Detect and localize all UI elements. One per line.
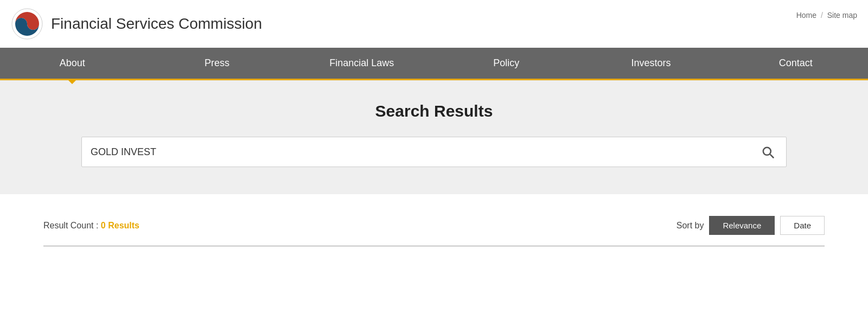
logo-icon bbox=[11, 8, 43, 40]
sort-controls: Sort by Relevance Date bbox=[676, 216, 825, 235]
results-divider bbox=[43, 246, 825, 246]
search-area: Search Results bbox=[0, 80, 868, 194]
sort-by-relevance-button[interactable]: Relevance bbox=[709, 216, 775, 235]
search-button[interactable] bbox=[758, 142, 777, 162]
main-nav: About Press Financial Laws Policy Invest… bbox=[0, 48, 868, 80]
nav-item-policy[interactable]: Policy bbox=[434, 48, 579, 79]
result-count: Result Count : 0 Results bbox=[43, 221, 139, 231]
sitemap-link[interactable]: Site map bbox=[827, 11, 857, 20]
nav-divider: / bbox=[821, 11, 823, 20]
search-box bbox=[81, 137, 787, 167]
nav-item-contact[interactable]: Contact bbox=[723, 48, 868, 79]
header-right: Home / Site map bbox=[796, 11, 857, 20]
sort-by-date-button[interactable]: Date bbox=[780, 216, 825, 235]
header: Financial Services Commission Home / Sit… bbox=[0, 0, 868, 48]
nav-item-about[interactable]: About bbox=[0, 48, 145, 79]
sort-label: Sort by bbox=[676, 221, 704, 231]
nav-item-press[interactable]: Press bbox=[145, 48, 290, 79]
results-area: Result Count : 0 Results Sort by Relevan… bbox=[0, 194, 868, 257]
home-link[interactable]: Home bbox=[796, 11, 816, 20]
search-icon bbox=[760, 144, 775, 159]
search-title: Search Results bbox=[375, 102, 493, 120]
nav-item-financial-laws[interactable]: Financial Laws bbox=[289, 48, 434, 79]
result-count-value: 0 Results bbox=[101, 221, 139, 230]
results-meta: Result Count : 0 Results Sort by Relevan… bbox=[43, 216, 825, 235]
logo-container: Financial Services Commission bbox=[11, 8, 262, 40]
site-title: Financial Services Commission bbox=[51, 15, 262, 33]
result-count-label: Result Count : bbox=[43, 221, 98, 230]
search-input[interactable] bbox=[91, 146, 758, 158]
nav-item-investors[interactable]: Investors bbox=[579, 48, 724, 79]
